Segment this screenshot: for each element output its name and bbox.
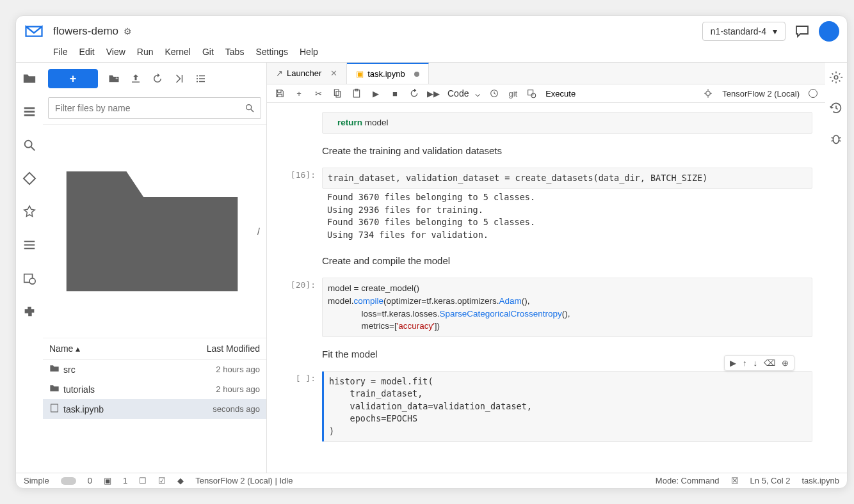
chevron-down-icon: ▾ — [773, 26, 777, 36]
git-sync-icon[interactable] — [173, 73, 185, 84]
run-all-icon[interactable]: ▶▶ — [428, 88, 439, 98]
menu-git[interactable]: Git — [202, 47, 214, 57]
search-rail-icon[interactable] — [22, 138, 36, 152]
menu-help[interactable]: Help — [300, 47, 318, 57]
file-filter-input[interactable] — [48, 97, 261, 119]
svg-rect-21 — [336, 91, 341, 97]
menu-tabs[interactable]: Tabs — [225, 47, 245, 57]
svg-line-37 — [839, 141, 841, 141]
breadcrumb[interactable]: / — [43, 124, 266, 338]
cut-icon[interactable]: ✂ — [313, 88, 323, 98]
file-row[interactable]: src2 hours ago — [43, 359, 266, 379]
close-icon[interactable]: ✕ — [330, 68, 337, 78]
file-modified: seconds ago — [213, 404, 260, 414]
move-up-icon[interactable]: ↑ — [743, 358, 747, 368]
debug-icon[interactable] — [829, 132, 843, 146]
file-row[interactable]: task.ipynbseconds ago — [43, 399, 266, 419]
notebook-icon: ▣ — [356, 69, 364, 79]
execute-label[interactable]: Execute — [545, 89, 576, 98]
chat-icon[interactable] — [794, 24, 810, 39]
cell-prompt: [16]: — [280, 168, 322, 244]
tab-task-notebook[interactable]: ▣ task.ipynb — [347, 63, 429, 84]
folder-icon[interactable] — [22, 72, 36, 86]
new-launcher-button[interactable]: + — [48, 69, 98, 88]
col-name[interactable]: Name — [49, 343, 73, 354]
menu-run[interactable]: Run — [137, 47, 154, 57]
code-cell-snippet[interactable]: return model — [322, 112, 812, 134]
svg-point-9 — [29, 278, 35, 284]
run-cell-icon[interactable]: ▶ — [730, 358, 736, 368]
machine-type-dropdown[interactable]: n1-standard-4 ▾ — [702, 22, 786, 41]
notebook-trust-icon[interactable]: ☒ — [731, 476, 739, 485]
file-name: src — [63, 365, 216, 375]
run-icon[interactable]: ▶ — [371, 88, 381, 98]
toc-icon[interactable] — [22, 238, 36, 252]
settings-icon[interactable] — [829, 70, 843, 84]
delete-cell-icon[interactable]: ⌫ — [764, 358, 775, 368]
file-browser: + + / Name ▴ Last Modified s — [43, 63, 267, 473]
zoom-cell-icon[interactable]: ⊕ — [782, 358, 789, 368]
code-cell-fit[interactable]: history = model.fit( train_dataset, vali… — [322, 371, 812, 443]
status-icon-c[interactable]: ◆ — [177, 476, 184, 485]
running-icon[interactable] — [22, 105, 36, 119]
file-row[interactable]: tutorials2 hours ago — [43, 379, 266, 399]
col-modified[interactable]: Last Modified — [207, 343, 260, 354]
status-toggle[interactable] — [61, 477, 76, 485]
notebook-body[interactable]: return model Create the training and val… — [267, 103, 825, 473]
svg-line-36 — [832, 141, 834, 141]
new-folder-icon[interactable]: + — [108, 73, 120, 84]
gear-icon[interactable]: ⚙ — [124, 26, 132, 36]
tab-launcher[interactable]: ↗ Launcher ✕ — [267, 63, 347, 84]
add-cell-icon[interactable]: + — [294, 88, 304, 98]
status-bar: Simple 0 ▣ 1 ☐ ☑ ◆ TensorFlow 2 (Local) … — [16, 473, 847, 488]
file-modified: 2 hours ago — [216, 384, 260, 394]
executor-icon[interactable] — [526, 88, 536, 98]
menu-file[interactable]: File — [53, 47, 68, 57]
status-mode-simple[interactable]: Simple — [24, 476, 49, 485]
terminal-icon[interactable]: ▣ — [104, 476, 111, 485]
clock-icon[interactable] — [489, 88, 499, 98]
refresh-icon[interactable] — [152, 73, 163, 84]
svg-rect-0 — [24, 107, 35, 109]
kernel-name[interactable]: TensorFlow 2 (Local) — [722, 89, 800, 98]
paste-icon[interactable] — [351, 88, 362, 98]
svg-point-27 — [706, 91, 711, 96]
git-label[interactable]: git — [508, 89, 517, 98]
code-cell-20[interactable]: model = create_model() model.compile(opt… — [322, 278, 812, 336]
stop-icon[interactable]: ■ — [390, 88, 400, 98]
avatar[interactable] — [819, 21, 839, 42]
move-down-icon[interactable]: ↓ — [753, 358, 758, 368]
kernel-status: TensorFlow 2 (Local) | Idle — [195, 476, 293, 485]
git-icon[interactable] — [22, 171, 36, 185]
save-icon[interactable] — [275, 88, 285, 98]
svg-rect-2 — [24, 114, 35, 116]
extension-icon[interactable] — [22, 304, 36, 319]
commands-icon[interactable] — [22, 205, 36, 219]
markdown-cell[interactable]: Create the training and validation datas… — [322, 143, 812, 159]
markdown-cell[interactable]: Create and compile the model — [322, 253, 812, 269]
sort-asc-icon: ▴ — [76, 343, 80, 354]
notebook-file-icon — [49, 403, 60, 415]
kernel-status-idle-icon — [809, 89, 818, 98]
restart-icon[interactable] — [409, 88, 419, 98]
status-icon-a[interactable]: ☐ — [139, 476, 147, 485]
menu-kernel[interactable]: Kernel — [165, 47, 190, 57]
history-icon[interactable] — [829, 101, 843, 115]
cell-type-select[interactable]: Code ⌵ — [447, 88, 480, 98]
upload-icon[interactable] — [130, 73, 141, 84]
menu-edit[interactable]: Edit — [79, 47, 95, 57]
left-rail — [16, 63, 43, 473]
file-modified: 2 hours ago — [216, 365, 260, 374]
menu-settings[interactable]: Settings — [255, 47, 288, 57]
machine-type-label: n1-standard-4 — [711, 26, 766, 36]
status-icon-b[interactable]: ☑ — [158, 476, 166, 485]
schedule-icon[interactable] — [22, 271, 36, 285]
status-cursor-pos: Ln 5, Col 2 — [750, 476, 791, 485]
list-icon[interactable] — [195, 73, 207, 84]
bug-icon[interactable] — [703, 88, 713, 98]
code-cell-16[interactable]: train_dataset, validation_dataset = crea… — [322, 168, 812, 189]
menu-view[interactable]: View — [106, 47, 125, 57]
project-title: flowers-demo — [53, 25, 118, 38]
status-file: task.ipynb — [802, 476, 839, 485]
copy-icon[interactable] — [332, 88, 342, 98]
